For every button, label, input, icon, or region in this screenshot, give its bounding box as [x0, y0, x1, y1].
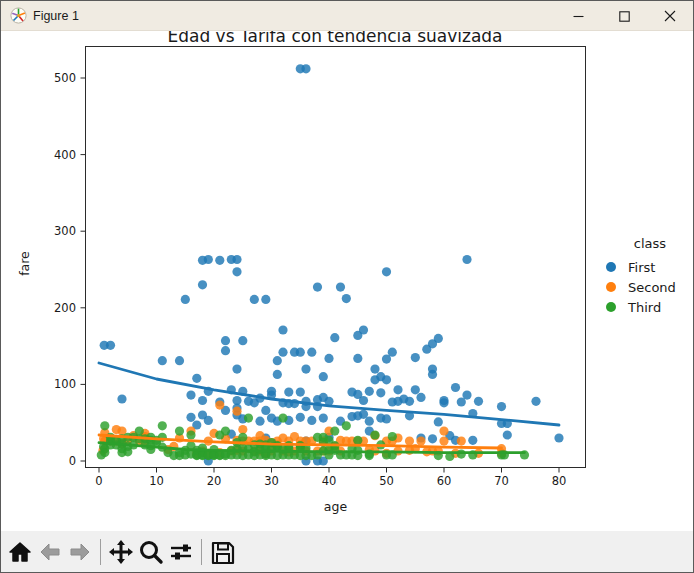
legend: class First Second Third	[599, 236, 693, 317]
close-button[interactable]	[647, 1, 693, 31]
legend-label-third: Third	[628, 300, 661, 315]
legend-item-third: Third	[599, 297, 693, 317]
zoom-button[interactable]	[136, 536, 166, 568]
forward-arrow-icon	[68, 540, 92, 564]
svg-text:70: 70	[494, 474, 509, 488]
svg-text:0: 0	[69, 454, 76, 468]
svg-text:40: 40	[322, 474, 337, 488]
back-button[interactable]	[35, 536, 65, 568]
legend-title: class	[599, 236, 693, 251]
figure-canvas[interactable]: Edad vs Tarifa con tendencia suavizada 0…	[1, 31, 694, 531]
y-axis-label: fare	[17, 249, 32, 279]
back-arrow-icon	[38, 540, 62, 564]
maximize-button[interactable]	[601, 1, 647, 31]
window-title: Figure 1	[33, 9, 79, 23]
svg-text:10: 10	[149, 474, 164, 488]
svg-text:100: 100	[54, 377, 76, 391]
home-button[interactable]	[5, 536, 35, 568]
x-axis-label: age	[85, 499, 586, 514]
svg-text:200: 200	[54, 301, 76, 315]
minimize-icon	[573, 11, 584, 22]
legend-marker-second-icon	[606, 282, 616, 292]
svg-text:20: 20	[207, 474, 222, 488]
legend-item-first: First	[599, 257, 693, 277]
figure-window: Figure 1 Edad vs Tarifa con tendencia su…	[0, 0, 694, 573]
legend-marker-first-icon	[606, 262, 616, 272]
plot-svg: 010203040506070800100200300400500	[1, 31, 694, 531]
configure-subplots-button[interactable]	[166, 536, 196, 568]
svg-text:80: 80	[552, 474, 567, 488]
legend-marker-third-icon	[606, 302, 616, 312]
home-icon	[8, 540, 32, 564]
save-button[interactable]	[207, 536, 237, 568]
svg-text:500: 500	[54, 71, 76, 85]
navigation-toolbar	[1, 531, 693, 573]
maximize-icon	[619, 11, 630, 22]
titlebar[interactable]: Figure 1	[1, 1, 693, 31]
minimize-button[interactable]	[555, 1, 601, 31]
legend-item-second: Second	[599, 277, 693, 297]
pan-move-icon	[108, 539, 134, 565]
forward-button[interactable]	[65, 536, 95, 568]
sliders-icon	[168, 539, 194, 565]
svg-text:300: 300	[54, 224, 76, 238]
pan-button[interactable]	[106, 536, 136, 568]
toolbar-separator	[100, 539, 101, 565]
svg-text:400: 400	[54, 148, 76, 162]
svg-text:30: 30	[264, 474, 279, 488]
matplotlib-logo-icon	[10, 7, 27, 24]
close-icon	[664, 10, 676, 22]
save-floppy-icon	[210, 540, 235, 565]
svg-text:50: 50	[379, 474, 394, 488]
legend-label-second: Second	[628, 280, 676, 295]
svg-text:0: 0	[95, 474, 102, 488]
svg-text:60: 60	[437, 474, 452, 488]
toolbar-separator	[201, 539, 202, 565]
legend-label-first: First	[628, 260, 655, 275]
zoom-magnifier-icon	[138, 539, 164, 565]
